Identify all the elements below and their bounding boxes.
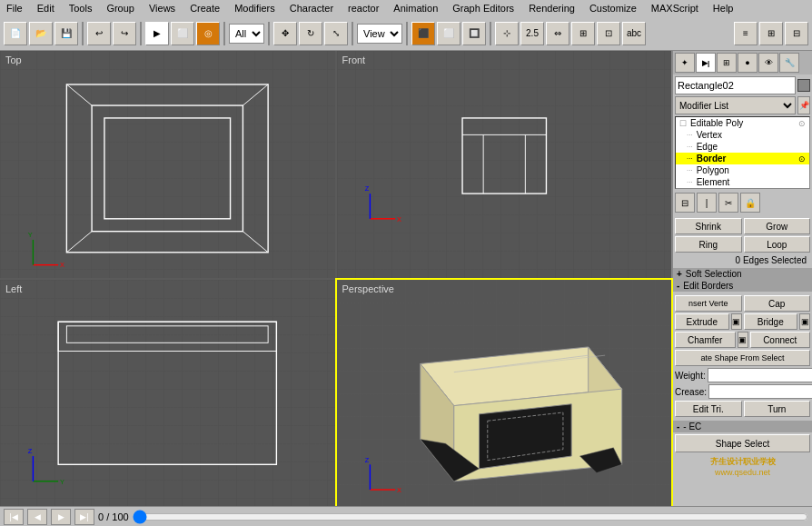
menu-file[interactable]: File <box>4 3 25 14</box>
main-content: Top X Y Front <box>0 51 812 506</box>
menu-tools[interactable]: Tools <box>66 3 95 14</box>
menu-customize[interactable]: Customize <box>587 3 639 14</box>
tool5[interactable]: ⊡ <box>597 22 620 45</box>
ring-btn[interactable]: Ring <box>675 236 742 253</box>
menu-maxscript[interactable]: MAXScript <box>649 3 701 14</box>
modifier-edge[interactable]: ··· Edge <box>676 141 809 153</box>
extrude-settings-btn[interactable]: ▣ <box>731 313 742 330</box>
modifier-editable-poly[interactable]: ☐ Editable Poly ⊙ <box>676 117 809 129</box>
turn-btn[interactable]: Turn <box>744 401 811 417</box>
viewport-perspective[interactable]: Perspective <box>337 280 672 507</box>
insert-vert-btn[interactable]: nsert Verte <box>675 295 742 312</box>
modifier-element[interactable]: ··· Element <box>676 176 809 188</box>
next-frame-btn[interactable]: ▶| <box>74 509 94 525</box>
panel-tab-motion[interactable]: ● <box>738 53 758 73</box>
tool7[interactable]: ≡ <box>734 22 758 45</box>
grow-btn[interactable]: Grow <box>744 218 811 234</box>
panel-icon4[interactable]: 🔒 <box>740 193 760 213</box>
rotate-btn[interactable]: ↻ <box>299 22 322 45</box>
redo-btn[interactable]: ↪ <box>113 22 136 45</box>
panel-tab-hierarchy[interactable]: ⊞ <box>717 53 737 73</box>
panel-icon2[interactable]: | <box>697 193 717 213</box>
svg-text:X: X <box>396 215 401 223</box>
undo-btn[interactable]: ↩ <box>87 22 111 45</box>
cap-btn[interactable]: Cap <box>744 295 811 312</box>
menu-rendering[interactable]: Rendering <box>526 3 578 14</box>
modifier-border[interactable]: ··· Border ⊙ <box>676 153 809 164</box>
bridge-btn[interactable]: Bridge <box>744 313 798 330</box>
new-btn[interactable]: 📄 <box>4 22 27 45</box>
menu-edit[interactable]: Edit <box>35 3 57 14</box>
modifier-pin-btn[interactable]: 📌 <box>797 96 810 114</box>
viewport-left[interactable]: Left Y Z <box>0 280 335 507</box>
chamfer-settings-btn[interactable]: ▣ <box>738 332 748 348</box>
viewport-top[interactable]: Top X Y <box>0 51 335 278</box>
tool6[interactable]: abc <box>622 22 646 45</box>
edit-borders-header[interactable]: - Edit Borders <box>673 280 812 292</box>
shape-select-btn[interactable]: Shape Select <box>675 434 810 452</box>
chamfer-btn[interactable]: Chamfer <box>675 332 736 348</box>
menu-modifiers[interactable]: Modifiers <box>232 3 278 14</box>
ec-expand: - <box>677 422 679 432</box>
menu-reactor[interactable]: reactor <box>345 3 381 14</box>
play-btn[interactable]: ▶ <box>51 509 71 525</box>
menu-views[interactable]: Views <box>146 3 178 14</box>
panel-tab-display[interactable]: 👁 <box>758 53 778 73</box>
edit-tri-btn[interactable]: Edit Tri. <box>675 401 742 417</box>
render3-btn[interactable]: 🔲 <box>462 22 486 45</box>
render2-btn[interactable]: ⬜ <box>437 22 460 45</box>
viewport-front[interactable]: Front X Z <box>337 51 672 278</box>
render-btn[interactable]: ⬛ <box>411 22 435 45</box>
create-shape-btn[interactable]: ate Shape From Select <box>675 350 810 366</box>
open-btn[interactable]: 📂 <box>29 22 53 45</box>
menu-graph-editors[interactable]: Graph Editors <box>450 3 517 14</box>
svg-text:X: X <box>60 261 64 269</box>
tool9[interactable]: ⊟ <box>785 22 808 45</box>
modifier-polygon[interactable]: ··· Polygon <box>676 164 809 176</box>
tool8[interactable]: ⊞ <box>759 22 783 45</box>
panel-tab-create[interactable]: ✦ <box>675 53 695 73</box>
extrude-btn[interactable]: Extrude <box>675 313 729 330</box>
svg-text:Y: Y <box>28 231 33 239</box>
align-btn[interactable]: ⊞ <box>571 22 595 45</box>
modifier-vertex[interactable]: ··· Vertex <box>676 129 809 141</box>
object-color-swatch[interactable] <box>797 79 810 92</box>
svg-line-5 <box>66 232 92 253</box>
move-btn[interactable]: ✥ <box>273 22 297 45</box>
menu-animation[interactable]: Animation <box>391 3 441 14</box>
save-btn[interactable]: 💾 <box>54 22 78 45</box>
soft-selection-header[interactable]: + Soft Selection <box>673 268 812 280</box>
sep3 <box>223 22 225 45</box>
menu-group[interactable]: Group <box>104 3 137 14</box>
select-filter-dropdown[interactable]: All <box>229 24 264 44</box>
menu-help[interactable]: Help <box>710 3 737 14</box>
connect-btn[interactable]: Connect <box>750 332 811 348</box>
snap-btn[interactable]: ⊹ <box>495 22 519 45</box>
shrink-btn[interactable]: Shrink <box>675 218 742 234</box>
object-name-input[interactable] <box>675 76 796 94</box>
crease-input[interactable] <box>708 384 812 399</box>
play-back-btn[interactable]: |◀ <box>4 509 24 525</box>
ec-section-header[interactable]: - - EC <box>673 421 812 432</box>
select-btn[interactable]: ▶ <box>145 22 169 45</box>
prev-frame-btn[interactable]: ◀ <box>27 509 47 525</box>
panel-icon1[interactable]: ⊟ <box>675 193 695 213</box>
bridge-settings-btn[interactable]: ▣ <box>799 313 810 330</box>
region-btn[interactable]: ⬜ <box>171 22 194 45</box>
timeline-slider[interactable] <box>133 511 808 522</box>
circle-select-btn[interactable]: ◎ <box>196 22 220 45</box>
menu-create[interactable]: Create <box>187 3 223 14</box>
menu-character[interactable]: Character <box>287 3 336 14</box>
scale-btn[interactable]: ⤡ <box>324 22 348 45</box>
reference-dropdown[interactable]: View <box>357 24 402 44</box>
top-canvas: X Y <box>0 51 335 278</box>
panel-tab-utilities[interactable]: 🔧 <box>779 53 799 73</box>
svg-rect-1 <box>92 105 243 232</box>
weight-input[interactable] <box>708 368 812 382</box>
modifier-list-dropdown[interactable]: Modifier List <box>675 96 796 114</box>
panel-icon3[interactable]: ✂ <box>718 193 738 213</box>
snap2-btn[interactable]: 2.5 <box>520 22 544 45</box>
panel-tab-modify[interactable]: ▶| <box>696 53 716 73</box>
mirror-btn[interactable]: ⇔ <box>546 22 569 45</box>
loop-btn[interactable]: Loop <box>744 236 811 253</box>
